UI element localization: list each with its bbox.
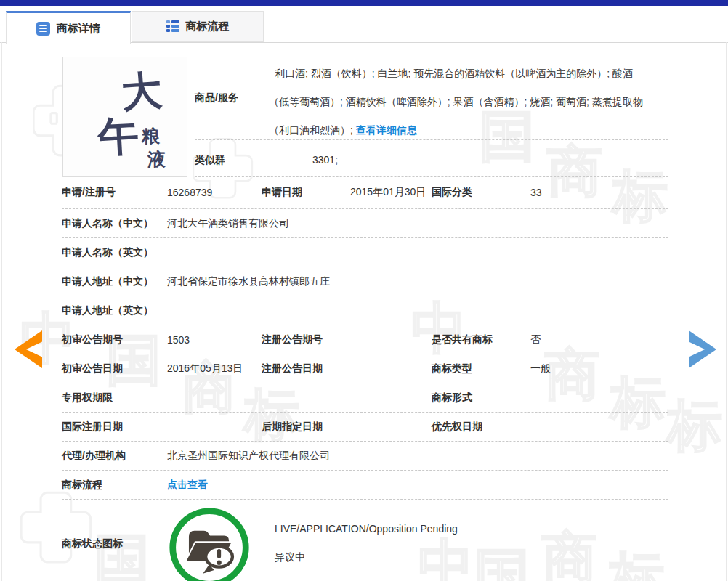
status-text-cn: 异议中 <box>275 551 305 564</box>
goods-services-value: 利口酒; 烈酒（饮料）; 白兰地; 预先混合的酒精饮料（以啤酒为主的除外）; 酸… <box>269 60 673 145</box>
goods-services-label: 商品/服务 <box>195 92 238 105</box>
previous-arrow-button[interactable] <box>15 330 42 368</box>
status-text-en: LIVE/APPLICATION/Opposition Pending <box>275 523 458 535</box>
tab-trademark-detail[interactable]: 商标详情 <box>6 11 131 44</box>
field-label: 申请/注册号 <box>62 186 167 199</box>
field-label: 商标形式 <box>432 391 530 405</box>
field-label: 优先权日期 <box>432 420 530 434</box>
table-row: 申请人名称（英文） <box>62 238 668 267</box>
goods-line-text: （利口酒和烈酒）; <box>269 124 353 136</box>
field-label: 申请人名称（英文） <box>62 246 167 259</box>
field-value: 河北省保定市徐水县高林村镇郎五庄 <box>167 275 668 288</box>
field-label: 商标类型 <box>432 362 530 375</box>
field-value: 2015年01月30日 <box>350 186 432 199</box>
table-row: 申请/注册号 16268739 申请日期 2015年01月30日 国际分类 33 <box>62 176 668 209</box>
trademark-char: 粮 <box>142 124 160 148</box>
table-row: 初审公告日期 2016年05月13日 注册公告日期 商标类型 一般 <box>62 354 668 383</box>
table-row: 初审公告期号 1503 注册公告期号 是否共有商标 否 <box>62 325 668 354</box>
field-label: 专用权期限 <box>62 391 167 405</box>
next-arrow-button[interactable] <box>689 330 716 368</box>
trademark-char: 午 <box>97 109 140 166</box>
table-row: 申请人地址（中文） 河北省保定市徐水县高林村镇郎五庄 <box>62 267 668 296</box>
field-label: 国际分类 <box>432 186 530 199</box>
table-row: 商标流程 点击查看 <box>62 471 668 500</box>
document-lines-icon <box>36 22 50 36</box>
similar-group-value: 3301; <box>312 154 338 166</box>
field-value: 河北大午酒类销售有限公司 <box>167 217 668 230</box>
field-label: 国际注册日期 <box>62 420 167 434</box>
field-value: 北京圣州国际知识产权代理有限公司 <box>167 450 668 463</box>
trademark-char: 液 <box>147 147 166 171</box>
field-label: 注册公告期号 <box>262 333 350 346</box>
field-label: 申请人地址（中文） <box>62 275 167 288</box>
detail-table: 申请/注册号 16268739 申请日期 2015年01月30日 国际分类 33… <box>62 176 668 500</box>
goods-line: （利口酒和烈酒）; 查看详细信息 <box>269 116 673 145</box>
field-label: 是否共有商标 <box>432 333 530 346</box>
field-label: 申请人地址（英文） <box>62 304 167 317</box>
field-value: 16268739 <box>167 187 262 198</box>
table-row: 专用权期限 商标形式 <box>62 383 668 413</box>
field-label: 初审公告日期 <box>62 362 167 375</box>
click-to-view-link[interactable]: 点击查看 <box>167 479 668 492</box>
field-value: 33 <box>530 187 668 198</box>
goods-line: （低等葡萄酒）; 酒精饮料（啤酒除外）; 果酒（含酒精）; 烧酒; 葡萄酒; 蒸… <box>269 88 673 116</box>
trademark-image: 大 午 粮 液 <box>62 57 187 177</box>
field-label: 初审公告期号 <box>62 333 167 346</box>
field-value: 一般 <box>530 362 668 375</box>
list-bullets-icon <box>166 20 179 33</box>
field-value: 否 <box>530 333 668 346</box>
table-row: 国际注册日期 后期指定日期 优先权日期 <box>62 413 668 442</box>
view-details-link[interactable]: 查看详细信息 <box>356 124 417 136</box>
field-label: 代理/办理机构 <box>62 450 167 463</box>
table-row: 代理/办理机构 北京圣州国际知识产权代理有限公司 <box>62 442 668 471</box>
row-divider <box>195 139 668 140</box>
field-label: 后期指定日期 <box>262 420 350 434</box>
table-row: 申请人名称（中文） 河北大午酒类销售有限公司 <box>62 209 668 238</box>
tab-label: 商标流程 <box>186 20 230 33</box>
field-label: 申请日期 <box>262 186 350 199</box>
field-label: 申请人名称（中文） <box>62 217 167 230</box>
goods-line: 利口酒; 烈酒（饮料）; 白兰地; 预先混合的酒精饮料（以啤酒为主的除外）; 酸… <box>269 60 673 88</box>
tab-trademark-process[interactable]: 商标流程 <box>132 11 264 42</box>
field-value: 2016年05月13日 <box>167 362 262 375</box>
similar-group-label: 类似群 <box>195 154 225 167</box>
table-row: 申请人地址（英文） <box>62 296 668 325</box>
folder-alert-icon <box>167 505 251 581</box>
tab-label: 商标详情 <box>57 22 100 36</box>
status-icon-label: 商标状态图标 <box>62 537 123 550</box>
field-label: 商标流程 <box>62 479 167 492</box>
field-value: 1503 <box>167 334 262 346</box>
field-label: 注册公告日期 <box>262 362 350 375</box>
